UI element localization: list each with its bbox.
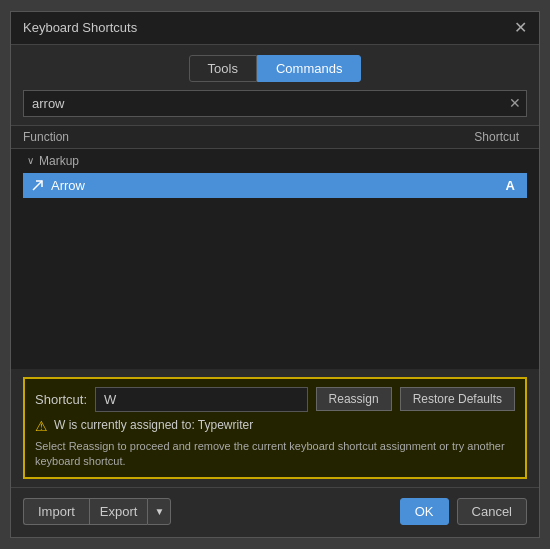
tab-commands[interactable]: Commands bbox=[257, 55, 361, 82]
shortcut-input-row: Shortcut: Reassign Restore Defaults bbox=[35, 387, 515, 412]
shortcut-field[interactable] bbox=[95, 387, 308, 412]
svg-line-0 bbox=[33, 181, 42, 190]
shortcut-cell: A bbox=[419, 178, 519, 193]
ok-button[interactable]: OK bbox=[400, 498, 449, 525]
warning-icon: ⚠ bbox=[35, 418, 48, 435]
shortcut-field-label: Shortcut: bbox=[35, 392, 87, 407]
col-function-header: Function bbox=[23, 130, 427, 144]
group-markup: ∨ Markup bbox=[23, 149, 527, 173]
tabs-row: Tools Commands bbox=[11, 45, 539, 90]
search-clear-button[interactable]: ✕ bbox=[509, 96, 521, 110]
table-header: Function Shortcut bbox=[11, 125, 539, 149]
col-shortcut-header: Shortcut bbox=[427, 130, 527, 144]
search-row: ✕ bbox=[11, 90, 539, 125]
warning-row: ⚠ W is currently assigned to: Typewriter bbox=[35, 418, 515, 435]
keyboard-shortcuts-dialog: Keyboard Shortcuts ✕ Tools Commands ✕ Fu… bbox=[10, 11, 540, 539]
footer-left: Import Export ▼ bbox=[23, 498, 171, 525]
search-wrap: ✕ bbox=[23, 90, 527, 117]
title-bar: Keyboard Shortcuts ✕ bbox=[11, 12, 539, 45]
cancel-button[interactable]: Cancel bbox=[457, 498, 527, 525]
reassign-button[interactable]: Reassign bbox=[316, 387, 392, 411]
info-text: Select Reassign to proceed and remove th… bbox=[35, 439, 515, 470]
export-wrap: Export ▼ bbox=[89, 498, 171, 525]
shortcut-config-panel: Shortcut: Reassign Restore Defaults ⚠ W … bbox=[23, 377, 527, 480]
table-row[interactable]: Arrow A bbox=[23, 173, 527, 198]
close-button[interactable]: ✕ bbox=[514, 20, 527, 36]
row-function-name: Arrow bbox=[51, 178, 85, 193]
function-cell: Arrow bbox=[31, 178, 419, 193]
import-button[interactable]: Import bbox=[23, 498, 89, 525]
arrow-icon bbox=[31, 178, 45, 192]
table-body: ∨ Markup Arrow A bbox=[11, 149, 539, 369]
search-input[interactable] bbox=[23, 90, 527, 117]
group-label: Markup bbox=[39, 154, 79, 168]
tab-tools[interactable]: Tools bbox=[189, 55, 257, 82]
warning-text: W is currently assigned to: Typewriter bbox=[54, 418, 253, 432]
export-dropdown-button[interactable]: ▼ bbox=[147, 498, 171, 525]
footer: Import Export ▼ OK Cancel bbox=[11, 487, 539, 537]
export-button[interactable]: Export bbox=[89, 498, 148, 525]
restore-defaults-button[interactable]: Restore Defaults bbox=[400, 387, 515, 411]
chevron-down-icon: ∨ bbox=[27, 155, 34, 166]
dialog-title: Keyboard Shortcuts bbox=[23, 20, 137, 35]
footer-right: OK Cancel bbox=[400, 498, 527, 525]
